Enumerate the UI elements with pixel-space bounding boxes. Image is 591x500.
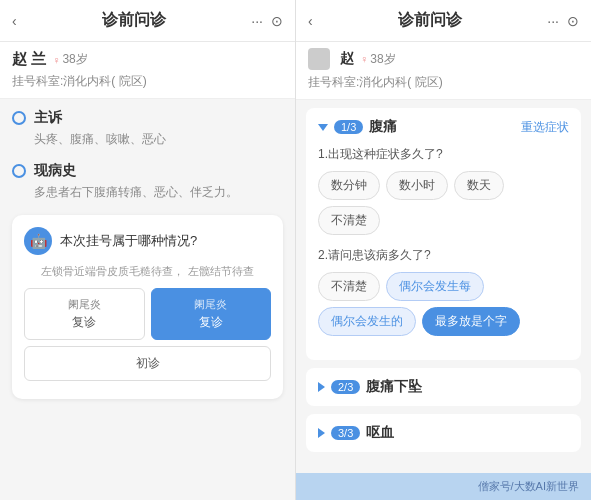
chat-avatar: 🤖 [24,227,52,255]
right-age: 38岁 [370,51,395,68]
history-dot [12,164,26,178]
question-1-options: 数分钟 数小时 数天 不清楚 [318,171,569,235]
collapsed-section-2: 2/3 腹痛下坠 [306,368,581,406]
expanded-symptom-section: 1/3 腹痛 重选症状 1.出现这种症状多久了? 数分钟 数小时 数天 不清楚 … [306,108,581,360]
opt-buqingchu1[interactable]: 不清楚 [318,206,380,235]
collapsed-triangle-icon-3 [318,428,325,438]
left-gender-age: ♀ 38岁 [52,51,88,68]
watermark: 僧家号/大数AI新世界 [296,473,591,500]
expand-triangle-icon [318,124,328,131]
left-content: 主诉 头疼、腹痛、咳嗽、恶心 现病史 多患者右下腹痛转痛、恶心、伴乏力。 🤖 本… [0,99,295,500]
collapsed-progress-3: 3/3 [331,426,360,440]
right-header: ‹ 诊前问诊 ··· ⊙ [296,0,591,42]
collapsed-header-3[interactable]: 3/3 呕血 [306,414,581,452]
complaint-dot [12,111,26,125]
left-header: ‹ 诊前问诊 ··· ⊙ [0,0,295,42]
right-gender-icon: ♀ [360,53,368,65]
left-header-icons: ··· ⊙ [251,13,283,29]
option-label-appendix2: 阑尾炎 [158,297,265,312]
option-chuzhen[interactable]: 初诊 [24,346,271,381]
option-fuzheng-2[interactable]: 阑尾炎 复诊 [151,288,272,340]
right-patient-name: 赵 [340,50,354,68]
right-target-icon[interactable]: ⊙ [567,13,579,29]
complaint-desc: 头疼、腹痛、咳嗽、恶心 [34,130,166,148]
opt-occasional2[interactable]: 偶尔会发生的 [318,307,416,336]
option-value-fuzheng1: 复诊 [31,314,138,331]
right-gender-age: ♀ 38岁 [360,51,396,68]
question-2-label: 2.请问患该病多久了? [318,247,569,264]
opt-tian[interactable]: 数天 [454,171,504,200]
left-back-button[interactable]: ‹ [12,13,17,29]
collapsed-name-3: 呕血 [366,424,394,442]
question-2-options: 不清楚 偶尔会发生每 偶尔会发生的 最多放是个字 [318,272,569,336]
right-patient-info: 赵 ♀ 38岁 挂号科室:消化内科( 院区) [296,42,591,100]
collapsed-section-3: 3/3 呕血 [306,414,581,452]
right-content: 1/3 腹痛 重选症状 1.出现这种症状多久了? 数分钟 数小时 数天 不清楚 … [296,100,591,473]
left-section-history: 现病史 多患者右下腹痛转痛、恶心、伴乏力。 [12,162,283,201]
left-age: 38岁 [62,51,87,68]
option-value-fuzheng2: 复诊 [158,314,265,331]
right-avatar [308,48,330,70]
option-fuzheng-1[interactable]: 阑尾炎 复诊 [24,288,145,340]
left-patient-name: 赵 兰 [12,50,46,69]
right-panel: ‹ 诊前问诊 ··· ⊙ 赵 ♀ 38岁 挂号科室:消化内科( 院区) [295,0,591,500]
left-target-icon[interactable]: ⊙ [271,13,283,29]
collapsed-triangle-icon-2 [318,382,325,392]
symptom-body: 1.出现这种症状多久了? 数分钟 数小时 数天 不清楚 2.请问患该病多久了? … [306,146,581,360]
chat-card: 🤖 本次挂号属于哪种情况? 左锁骨近端骨皮质毛糙待查， 左髋结节待查 阑尾炎 复… [12,215,283,399]
right-back-button[interactable]: ‹ [308,13,313,29]
chat-question: 本次挂号属于哪种情况? [60,232,197,250]
left-patient-name-row: 赵 兰 ♀ 38岁 [12,50,283,69]
opt-buqingchu2[interactable]: 不清楚 [318,272,380,301]
chat-hint: 左锁骨近端骨皮质毛糙待查， 左髋结节待查 [24,263,271,280]
question-1-label: 1.出现这种症状多久了? [318,146,569,163]
left-gender-icon: ♀ [52,54,60,66]
reset-symptom-button[interactable]: 重选症状 [521,119,569,136]
left-more-icon[interactable]: ··· [251,13,263,29]
symptom-progress-badge: 1/3 [334,120,363,134]
history-title: 现病史 [34,162,238,180]
left-patient-info: 赵 兰 ♀ 38岁 挂号科室:消化内科( 院区) [0,42,295,99]
expanded-symptom-header[interactable]: 1/3 腹痛 重选症状 [306,108,581,146]
option-label-appendix1: 阑尾炎 [31,297,138,312]
right-title: 诊前问诊 [398,10,462,31]
left-panel: ‹ 诊前问诊 ··· ⊙ 赵 兰 ♀ 38岁 挂号科室:消化内科( 院区) 主诉… [0,0,295,500]
opt-xiaoshi[interactable]: 数小时 [386,171,448,200]
chat-header: 🤖 本次挂号属于哪种情况? [24,227,271,255]
collapsed-progress-2: 2/3 [331,380,360,394]
complaint-title: 主诉 [34,109,166,127]
left-section-complaint: 主诉 头疼、腹痛、咳嗽、恶心 [12,109,283,148]
opt-fenzhong[interactable]: 数分钟 [318,171,380,200]
history-desc: 多患者右下腹痛转痛、恶心、伴乏力。 [34,183,238,201]
right-header-icons: ··· ⊙ [547,13,579,29]
opt-occasional1[interactable]: 偶尔会发生每 [386,272,484,301]
right-more-icon[interactable]: ··· [547,13,559,29]
options-grid-row1: 阑尾炎 复诊 阑尾炎 复诊 [24,288,271,340]
watermark-text: 僧家号/大数AI新世界 [478,480,579,492]
right-dept: 挂号科室:消化内科( 院区) [308,74,579,91]
collapsed-name-2: 腹痛下坠 [366,378,422,396]
left-title: 诊前问诊 [102,10,166,31]
symptom-name: 腹痛 [369,118,397,136]
right-patient-name-row: 赵 ♀ 38岁 [308,48,579,70]
opt-zuoduo[interactable]: 最多放是个字 [422,307,520,336]
collapsed-header-2[interactable]: 2/3 腹痛下坠 [306,368,581,406]
left-dept: 挂号科室:消化内科( 院区) [12,73,283,90]
